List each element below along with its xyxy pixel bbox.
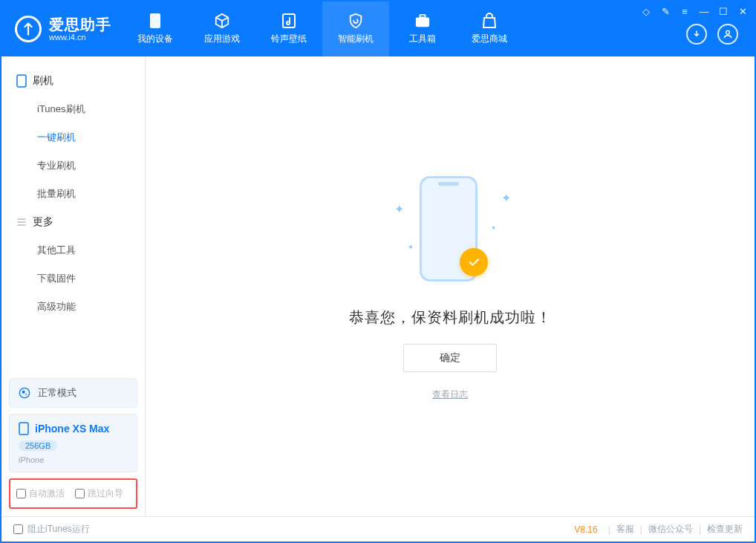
cube-icon [214, 13, 230, 29]
footer-link-support[interactable]: 客服 [616, 523, 634, 536]
nav-label: 工具箱 [409, 33, 436, 45]
briefcase-icon [414, 13, 431, 29]
phone-icon [147, 13, 163, 29]
separator: | [640, 524, 642, 535]
sidebar-device-area: 正常模式 iPhone XS Max 256GB iPhone 自动激活 跳过向… [1, 372, 145, 516]
success-panel: ✦ ✦ ✦ ✦ 恭喜您，保资料刷机成功啦！ 确定 查看日志 [146, 56, 755, 516]
sidebar-item-download-firmware[interactable]: 下载固件 [1, 264, 145, 293]
block-itunes-checkbox[interactable] [13, 524, 23, 534]
svg-rect-5 [17, 75, 26, 87]
main-panel: ✦ ✦ ✦ ✦ 恭喜您，保资料刷机成功啦！ 确定 查看日志 [146, 56, 755, 516]
logo-area: 爱思助手 www.i4.cn [1, 1, 122, 56]
skip-guide-checkbox[interactable]: 跳过向导 [75, 487, 123, 500]
auto-activate-input[interactable] [16, 489, 26, 498]
sidebar-item-batch-flash[interactable]: 批量刷机 [1, 180, 145, 208]
nav-apps-games[interactable]: 应用游戏 [189, 1, 255, 56]
version-label: V8.16 [574, 524, 597, 535]
svg-point-4 [726, 30, 730, 34]
device-phone-icon [19, 422, 29, 435]
nav-label: 铃声壁纸 [271, 33, 307, 45]
sidebar-group-more: 更多 [1, 208, 145, 236]
device-type: iPhone [19, 455, 44, 464]
download-button[interactable] [686, 24, 707, 45]
separator: | [699, 524, 701, 535]
close-button[interactable]: ✕ [737, 6, 749, 17]
music-file-icon [281, 13, 297, 29]
titlebar: 爱思助手 www.i4.cn 我的设备 应用游戏 铃声壁纸 智能刷机 工具箱 爱… [1, 1, 755, 56]
skin-icon[interactable]: ◇ [640, 6, 652, 17]
feedback-icon[interactable]: ✎ [659, 6, 671, 17]
maximize-button[interactable]: ☐ [717, 6, 729, 17]
device-mode-text: 正常模式 [38, 386, 76, 400]
device-card[interactable]: iPhone XS Max 256GB iPhone [9, 414, 137, 472]
refresh-shield-icon [348, 13, 364, 29]
footer-link-update[interactable]: 检查更新 [707, 523, 743, 536]
app-title: 爱思助手 [49, 16, 111, 33]
svg-rect-0 [150, 13, 160, 28]
sidebar: 刷机 iTunes刷机 一键刷机 专业刷机 批量刷机 更多 其他工具 下载固件 … [1, 56, 146, 516]
footer: 阻止iTunes运行 V8.16 | 客服 | 微信公众号 | 检查更新 [1, 516, 755, 542]
device-name: iPhone XS Max [35, 423, 109, 435]
sidebar-item-other-tools[interactable]: 其他工具 [1, 236, 145, 264]
skip-guide-label: 跳过向导 [88, 487, 123, 500]
svg-rect-3 [420, 15, 425, 18]
skip-guide-input[interactable] [75, 489, 85, 498]
sidebar-item-oneclick-flash[interactable]: 一键刷机 [1, 123, 145, 152]
nav-label: 智能刷机 [338, 33, 374, 45]
phone-outline-icon [16, 74, 27, 88]
bag-icon [481, 13, 498, 29]
app-url: www.i4.cn [49, 33, 111, 42]
success-illustration: ✦ ✦ ✦ ✦ [387, 172, 513, 291]
device-mode-badge[interactable]: 正常模式 [9, 378, 137, 408]
logo-icon [15, 16, 42, 42]
minimize-button[interactable]: — [698, 6, 710, 17]
main-nav: 我的设备 应用游戏 铃声壁纸 智能刷机 工具箱 爱思商城 [122, 1, 523, 56]
menu-icon[interactable]: ≡ [679, 6, 691, 17]
window-controls: ◇ ✎ ≡ — ☐ ✕ [640, 6, 749, 17]
sidebar-group-title: 更多 [33, 215, 53, 229]
nav-smart-flash[interactable]: 智能刷机 [322, 1, 389, 56]
device-storage: 256GB [19, 440, 57, 451]
account-button[interactable] [717, 24, 738, 45]
status-icon [19, 387, 30, 399]
nav-label: 应用游戏 [204, 33, 240, 45]
svg-point-7 [22, 391, 25, 394]
auto-activate-checkbox[interactable]: 自动激活 [16, 487, 65, 500]
svg-rect-2 [416, 17, 429, 27]
nav-ringtone-wallpaper[interactable]: 铃声壁纸 [255, 1, 322, 56]
body: 刷机 iTunes刷机 一键刷机 专业刷机 批量刷机 更多 其他工具 下载固件 … [1, 56, 755, 516]
ok-button[interactable]: 确定 [403, 344, 497, 372]
flash-options-box: 自动激活 跳过向导 [9, 478, 137, 509]
block-itunes-label: 阻止iTunes运行 [27, 523, 90, 536]
nav-my-device[interactable]: 我的设备 [122, 1, 189, 56]
sidebar-group-flash: 刷机 [1, 67, 145, 95]
sidebar-group-title: 刷机 [33, 74, 53, 88]
svg-rect-9 [19, 423, 28, 435]
auto-activate-label: 自动激活 [29, 487, 65, 500]
svg-point-8 [25, 394, 27, 396]
success-check-icon [460, 248, 488, 276]
nav-toolbox[interactable]: 工具箱 [389, 1, 456, 56]
footer-link-wechat[interactable]: 微信公众号 [648, 523, 693, 536]
list-icon [16, 217, 27, 227]
nav-label: 我的设备 [137, 33, 173, 45]
success-message: 恭喜您，保资料刷机成功啦！ [349, 308, 552, 328]
nav-label: 爱思商城 [472, 33, 507, 45]
sidebar-item-advanced[interactable]: 高级功能 [1, 293, 145, 321]
sidebar-item-pro-flash[interactable]: 专业刷机 [1, 152, 145, 180]
view-log-link[interactable]: 查看日志 [432, 388, 468, 401]
separator: | [608, 524, 610, 535]
sidebar-item-itunes-flash[interactable]: iTunes刷机 [1, 95, 145, 123]
nav-store[interactable]: 爱思商城 [456, 1, 523, 56]
